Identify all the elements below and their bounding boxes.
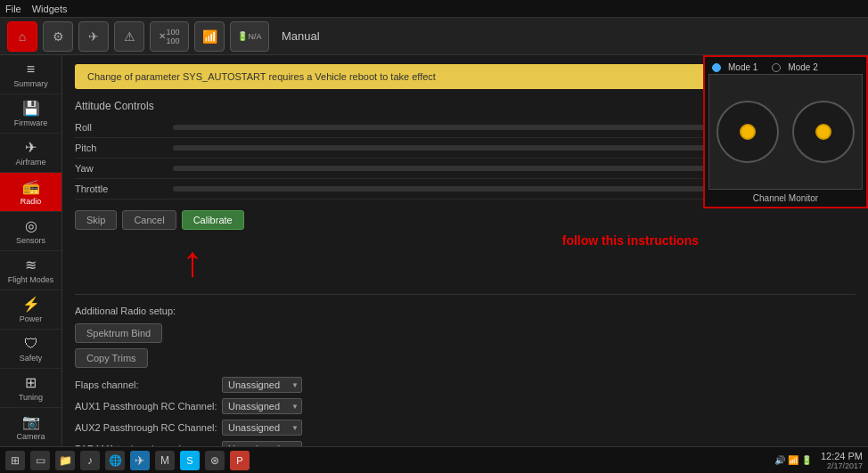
taskbar-files[interactable]: 📁 (55, 451, 75, 470)
toolbar: ⌂ ⚙ ✈ ⚠ ✕100100 📶 🔋 N/A Manual (0, 18, 868, 55)
taskbar-multitask[interactable]: ▭ (30, 451, 50, 470)
sidebar-item-camera[interactable]: 📷 Camera (0, 408, 61, 447)
sidebar-item-tuning[interactable]: ⊞ Tuning (0, 369, 61, 408)
sidebar-label-summary: Summary (13, 79, 48, 88)
cancel-button[interactable]: Cancel (122, 210, 176, 230)
sidebar-item-safety[interactable]: 🛡 Safety (0, 330, 61, 369)
red-arrow: ↑ (182, 241, 856, 283)
airframe-icon: ✈ (25, 139, 37, 156)
aux2-channel-select-wrap: Unassigned (222, 420, 302, 436)
taskbar: ⊞ ▭ 📁 ♪ 🌐 ✈ M S ⊛ P 🔊 📶 🔋 12:24 PM 2/17/… (0, 446, 868, 473)
channel-monitor-panel: Mode 1 Mode 2 Channel Monitor (703, 55, 868, 208)
sensors-icon: ◎ (25, 217, 37, 234)
joystick-right-dot (815, 124, 831, 140)
taskbar-music[interactable]: ♪ (80, 451, 100, 470)
menu-widgets[interactable]: Widgets (32, 4, 68, 14)
aux1-channel-select[interactable]: Unassigned (222, 398, 302, 414)
warning-button[interactable]: ⚠ (114, 21, 144, 52)
sidebar-label-safety: Safety (20, 354, 43, 363)
follow-instructions-text: follow this instructions (562, 233, 699, 248)
joystick-left-dot (740, 124, 756, 140)
taskbar-browser[interactable]: 🌐 (105, 451, 125, 470)
aux2-channel-row: AUX2 Passthrough RC Channel: Unassigned (75, 420, 856, 436)
signal-button[interactable]: ✕100100 (150, 21, 189, 52)
aux2-channel-label: AUX2 Passthrough RC Channel: (75, 422, 222, 433)
mode1-label: Mode 1 (728, 62, 757, 72)
sidebar-item-airframe[interactable]: ✈ Airframe (0, 134, 61, 173)
aux2-channel-select[interactable]: Unassigned (222, 420, 302, 436)
signal2-button[interactable]: 📶 (194, 21, 225, 52)
flaps-channel-select[interactable]: Unassigned (222, 377, 302, 393)
config-button[interactable]: ⚙ (43, 21, 73, 52)
throttle-label: Throttle (75, 183, 164, 194)
calibration-buttons: Skip Cancel Calibrate (75, 210, 856, 230)
home-button[interactable]: ⌂ (7, 21, 37, 52)
flaps-channel-label: Flaps channel: (75, 379, 222, 390)
taskbar-tool[interactable]: ✈ (130, 451, 150, 470)
sidebar-item-firmware[interactable]: 💾 Firmware (0, 94, 61, 134)
flight-mode-label: Manual (282, 29, 320, 43)
battery-group: 🔋 N/A (230, 21, 269, 52)
plan-button[interactable]: ✈ (78, 21, 109, 52)
mode-row: Mode 1 Mode 2 (708, 61, 863, 74)
channel-monitor-label: Channel Monitor (708, 193, 863, 203)
flaps-channel-select-wrap: Unassigned (222, 377, 302, 393)
sidebar-item-flight-modes[interactable]: ≋ Flight Modes (0, 251, 61, 290)
radio-icon: 📻 (22, 178, 40, 195)
throttle-bar (173, 186, 793, 192)
content-area: Change of parameter SYS_AUTOSTART requir… (62, 55, 868, 446)
sidebar-label-flight-modes: Flight Modes (8, 275, 54, 284)
mode2-radio[interactable] (772, 63, 781, 72)
signal-group: ✕100100 (150, 21, 189, 52)
aux1-channel-label: AUX1 Passthrough RC Channel: (75, 401, 222, 412)
sidebar: ≡ Summary 💾 Firmware ✈ Airframe 📻 Radio … (0, 55, 62, 446)
battery-button[interactable]: 🔋 N/A (230, 21, 269, 52)
sidebar-label-tuning: Tuning (19, 393, 43, 402)
clock: 12:24 PM 2/17/2017 (821, 451, 863, 470)
joystick-right (792, 101, 855, 163)
power-icon: ⚡ (22, 296, 40, 313)
sidebar-item-power[interactable]: ⚡ Power (0, 290, 61, 330)
sidebar-label-radio: Radio (20, 197, 42, 206)
sidebar-label-firmware: Firmware (14, 118, 48, 127)
sidebar-label-airframe: Airframe (15, 158, 45, 167)
aux1-channel-row: AUX1 Passthrough RC Channel: Unassigned (75, 398, 856, 414)
taskbar-game[interactable]: ⊛ (205, 451, 225, 470)
taskbar-left: ⊞ ▭ 📁 ♪ 🌐 ✈ M S ⊛ P (5, 451, 250, 470)
sidebar-label-sensors: Sensors (16, 236, 45, 245)
clock-date: 2/17/2017 (821, 461, 863, 470)
menu-bar: File Widgets (0, 0, 868, 18)
aux1-channel-select-wrap: Unassigned (222, 398, 302, 414)
menu-file[interactable]: File (5, 4, 21, 14)
copy-trims-row: Copy Trims (75, 348, 856, 368)
sidebar-item-sensors[interactable]: ◎ Sensors (0, 212, 61, 251)
taskbar-skype[interactable]: S (180, 451, 200, 470)
firmware-icon: 💾 (22, 100, 40, 117)
safety-icon: 🛡 (24, 336, 38, 352)
additional-title: Additional Radio setup: (75, 306, 856, 316)
copy-trims-button[interactable]: Copy Trims (75, 348, 148, 368)
sidebar-item-radio[interactable]: 📻 Radio (0, 173, 61, 212)
clock-time: 12:24 PM (821, 451, 863, 461)
mode1-radio[interactable] (712, 63, 721, 72)
divider (75, 294, 856, 295)
spektrum-bind-row: Spektrum Bind (75, 323, 856, 343)
calibrate-button[interactable]: Calibrate (182, 210, 244, 230)
taskbar-ppt[interactable]: P (230, 451, 250, 470)
camera-icon: 📷 (22, 413, 40, 430)
skip-button[interactable]: Skip (75, 210, 117, 230)
pitch-label: Pitch (75, 143, 164, 153)
taskbar-tray-icons: 🔊 📶 🔋 (774, 455, 812, 465)
flight-modes-icon: ≋ (25, 257, 37, 273)
taskbar-maps[interactable]: M (155, 451, 175, 470)
tuning-icon: ⊞ (25, 374, 37, 391)
spektrum-bind-button[interactable]: Spektrum Bind (75, 323, 162, 343)
sidebar-item-summary[interactable]: ≡ Summary (0, 55, 61, 94)
roll-label: Roll (75, 122, 164, 133)
joystick-left (717, 101, 779, 163)
warning-text: Change of parameter SYS_AUTOSTART requir… (87, 71, 436, 82)
mode2-label: Mode 2 (788, 62, 817, 72)
taskbar-start[interactable]: ⊞ (5, 451, 25, 470)
summary-icon: ≡ (27, 61, 35, 77)
main-layout: ≡ Summary 💾 Firmware ✈ Airframe 📻 Radio … (0, 55, 868, 446)
